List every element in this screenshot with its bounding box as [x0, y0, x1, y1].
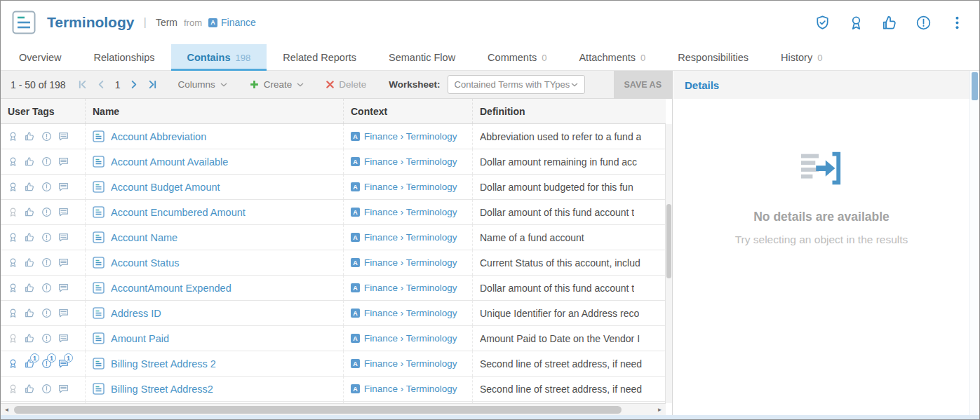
current-page[interactable]: 1 — [115, 79, 121, 90]
scroll-left-icon[interactable]: ◄ — [1, 405, 13, 415]
term-name-link[interactable]: Account Encumbered Amount — [111, 207, 246, 218]
alert-icon[interactable] — [41, 207, 52, 217]
table-row[interactable]: Account Budget Amount A Finance › Termin… — [1, 175, 666, 200]
first-page-icon[interactable] — [77, 79, 88, 90]
table-row[interactable]: Account Status A Finance › Terminology C… — [1, 250, 666, 276]
comment-icon[interactable]: 1 — [58, 358, 69, 369]
term-name-link[interactable]: Account Status — [111, 257, 180, 269]
thumbs-up-icon[interactable] — [25, 333, 35, 344]
alert-icon[interactable] — [41, 232, 52, 243]
comment-icon[interactable] — [58, 283, 69, 293]
tab-relationships[interactable]: Relationships — [77, 44, 170, 71]
thumbs-up-icon[interactable] — [25, 156, 35, 167]
horizontal-scroll-thumb[interactable] — [14, 406, 622, 414]
alert-icon[interactable] — [915, 15, 932, 31]
alert-icon[interactable] — [41, 283, 52, 293]
award-icon[interactable] — [8, 131, 18, 142]
table-row[interactable]: Billing Street Address2 A Finance › Term… — [1, 377, 666, 402]
term-name-link[interactable]: Amount Paid — [111, 333, 169, 344]
alert-icon[interactable]: 1 — [41, 358, 52, 369]
thumbs-up-icon[interactable] — [25, 182, 35, 192]
award-icon[interactable] — [8, 384, 18, 394]
tab-responsibilities[interactable]: Responsibilities — [662, 44, 765, 71]
thumbs-up-icon[interactable] — [25, 283, 35, 293]
save-as-button[interactable]: SAVE AS — [614, 71, 673, 99]
table-row[interactable]: 1 1 1 — [1, 351, 666, 377]
alert-icon[interactable] — [41, 308, 52, 318]
term-name-link[interactable]: Billing Street Address2 — [111, 384, 213, 395]
table-row[interactable]: Amount Paid A Finance › Terminology Amou… — [1, 326, 666, 351]
term-name-link[interactable]: Account Amount Available — [111, 156, 228, 168]
comment-icon[interactable] — [58, 308, 69, 318]
column-header-definition[interactable]: Definition — [472, 99, 666, 123]
context-breadcrumb-link[interactable]: Finance › Terminology — [364, 131, 457, 142]
comment-icon[interactable] — [58, 131, 69, 142]
page-horizontal-scrollbar[interactable] — [1, 415, 979, 419]
thumbs-up-icon[interactable] — [25, 257, 35, 268]
award-icon[interactable] — [848, 15, 864, 31]
alert-icon[interactable] — [41, 333, 52, 344]
term-name-link[interactable]: Account Abbreviation — [111, 131, 206, 142]
columns-button[interactable]: Columns — [177, 79, 227, 90]
alert-icon[interactable] — [41, 156, 52, 167]
alert-icon[interactable] — [41, 131, 52, 142]
table-row[interactable]: Account Abbreviation A Finance › Termino… — [1, 124, 666, 149]
tab-overview[interactable]: Overview — [3, 44, 77, 71]
create-button[interactable]: Create — [250, 79, 304, 90]
column-header-context[interactable]: Context — [343, 99, 472, 123]
page-scroll-thumb[interactable] — [972, 72, 978, 100]
term-name-link[interactable]: Address ID — [111, 308, 161, 319]
award-icon[interactable] — [8, 283, 18, 293]
table-row[interactable]: Account Amount Available A Finance › Ter… — [1, 149, 666, 175]
award-icon[interactable] — [8, 156, 18, 167]
term-name-link[interactable]: Account Budget Amount — [111, 182, 220, 193]
tab-history[interactable]: History 0 — [765, 44, 838, 71]
award-icon[interactable] — [8, 358, 18, 369]
column-header-name[interactable]: Name — [85, 99, 343, 123]
context-breadcrumb-link[interactable]: Finance › Terminology — [364, 232, 457, 243]
delete-button[interactable]: Delete — [326, 79, 366, 90]
comment-icon[interactable] — [58, 207, 69, 217]
comment-icon[interactable] — [58, 156, 69, 167]
thumbs-up-icon[interactable]: 1 — [25, 358, 35, 369]
context-breadcrumb-link[interactable]: Finance › Terminology — [364, 358, 457, 369]
tab-attachments[interactable]: Attachments 0 — [563, 44, 662, 71]
comment-icon[interactable] — [58, 333, 69, 344]
tab-related-reports[interactable]: Related Reports — [267, 44, 372, 71]
comment-icon[interactable] — [58, 384, 69, 394]
context-breadcrumb-link[interactable]: Finance › Terminology — [364, 283, 457, 293]
comment-icon[interactable] — [58, 257, 69, 268]
context-breadcrumb-link[interactable]: Finance › Terminology — [364, 384, 457, 394]
table-horizontal-scrollbar[interactable]: ◄ ► — [1, 403, 666, 415]
comment-icon[interactable] — [58, 232, 69, 243]
award-icon[interactable] — [8, 257, 18, 268]
table-row[interactable]: AccountAmount Expended A Finance › Termi… — [1, 276, 666, 301]
last-page-icon[interactable] — [147, 79, 158, 90]
award-icon[interactable] — [8, 333, 18, 344]
shield-check-icon[interactable] — [814, 15, 831, 31]
alert-icon[interactable] — [41, 182, 52, 192]
award-icon[interactable] — [8, 182, 18, 192]
context-breadcrumb-link[interactable]: Finance › Terminology — [364, 156, 457, 167]
alert-icon[interactable] — [41, 257, 52, 268]
alert-icon[interactable] — [41, 384, 52, 394]
vertical-scroll-thumb[interactable] — [666, 204, 671, 278]
award-icon[interactable] — [8, 207, 18, 217]
context-breadcrumb-link[interactable]: Finance › Terminology — [364, 308, 457, 318]
thumbs-up-icon[interactable] — [25, 207, 35, 217]
scroll-right-icon[interactable]: ► — [654, 405, 666, 415]
thumbs-up-icon[interactable] — [25, 384, 35, 394]
table-vertical-scrollbar[interactable] — [665, 124, 672, 403]
thumbs-up-icon[interactable] — [25, 308, 35, 318]
thumbs-up-icon[interactable] — [25, 232, 35, 243]
term-name-link[interactable]: Billing Street Address 2 — [111, 358, 216, 370]
page-vertical-scrollbar[interactable] — [969, 71, 979, 415]
comment-icon[interactable] — [58, 182, 69, 192]
table-row[interactable]: Address ID A Finance › Terminology Uniqu… — [1, 301, 666, 326]
kebab-menu-icon[interactable] — [949, 15, 965, 31]
worksheet-dropdown[interactable]: Contained Terms with TYpes — [448, 75, 585, 94]
column-header-user-tags[interactable]: User Tags — [1, 99, 85, 123]
context-breadcrumb-link[interactable]: Finance › Terminology — [364, 182, 457, 192]
tab-semantic-flow[interactable]: Semantic Flow — [372, 44, 471, 71]
prev-page-icon[interactable] — [96, 79, 107, 90]
